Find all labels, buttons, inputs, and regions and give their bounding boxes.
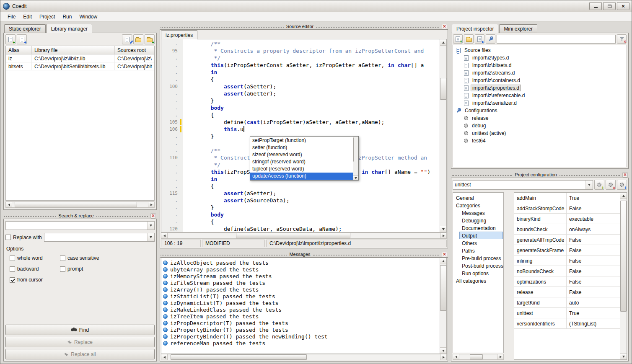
code-line[interactable]: body bbox=[184, 104, 440, 111]
grip-dots[interactable] bbox=[161, 255, 287, 256]
close-search-panel-button[interactable]: × bbox=[150, 213, 156, 219]
scroll-left-icon[interactable] bbox=[161, 233, 168, 238]
tree-item-file[interactable]: import\iz\properties.d bbox=[453, 84, 627, 92]
tree-item-file[interactable]: import\iz\containers.d bbox=[453, 77, 627, 84]
category-item[interactable]: All categories bbox=[453, 277, 503, 284]
tab-project-inspector[interactable]: Project inspector bbox=[452, 24, 498, 33]
message-item[interactable]: ubyteArray passed the tests bbox=[163, 266, 439, 273]
checkbox-from-cursor[interactable]: from cursor bbox=[10, 277, 60, 283]
message-item[interactable]: izMemoryStream passed the tests bbox=[163, 273, 439, 279]
tree-root-source-files[interactable]: Source files bbox=[453, 46, 627, 54]
code-line[interactable]: /** bbox=[184, 40, 440, 47]
property-row[interactable]: generateAllTmpCodeFalse bbox=[514, 235, 620, 245]
dropdown-button[interactable] bbox=[585, 181, 593, 189]
replace-with-checkbox[interactable] bbox=[5, 235, 11, 240]
menu-item-project[interactable]: Project bbox=[36, 12, 59, 21]
library-hscrollbar[interactable] bbox=[5, 201, 155, 208]
tree-item-config[interactable]: test64 bbox=[453, 137, 627, 145]
table-column-header[interactable]: Sources root bbox=[115, 46, 154, 54]
close-project-configuration-button[interactable]: × bbox=[622, 172, 628, 178]
completion-scrollbar[interactable] bbox=[353, 137, 358, 180]
code-line[interactable]: this.u bbox=[184, 126, 440, 133]
code-line[interactable]: { bbox=[184, 183, 440, 190]
category-item[interactable]: General bbox=[453, 194, 503, 201]
code-line[interactable]: { bbox=[184, 111, 440, 119]
edit-library-button[interactable] bbox=[122, 34, 132, 44]
categories-hscrollbar[interactable] bbox=[453, 354, 504, 360]
completion-item[interactable]: tupleof (reserved word) bbox=[250, 165, 353, 173]
scroll-left-icon[interactable] bbox=[453, 354, 459, 359]
inspector-filter-input[interactable] bbox=[497, 35, 616, 44]
scroll-thumb[interactable] bbox=[440, 78, 446, 100]
search-term-combobox[interactable] bbox=[5, 221, 155, 230]
tab-mini-explorer[interactable]: Mini explorer bbox=[499, 24, 537, 33]
message-item[interactable]: referenceMan passed the tests bbox=[163, 340, 439, 346]
scroll-up-icon[interactable] bbox=[440, 258, 446, 264]
editor-hscrollbar[interactable] bbox=[161, 232, 447, 239]
close-messages-button[interactable]: × bbox=[442, 252, 447, 257]
message-item[interactable]: izStaticList(T) passed the tests bbox=[163, 293, 439, 299]
property-row[interactable]: inliningFalse bbox=[514, 256, 620, 266]
property-row[interactable]: optimizationsFalse bbox=[514, 276, 620, 287]
completion-item[interactable]: stringof (reserved word) bbox=[250, 158, 353, 165]
scroll-down-icon[interactable] bbox=[440, 226, 446, 232]
menu-item-run[interactable]: Run bbox=[59, 12, 75, 21]
code-line[interactable]: { bbox=[184, 218, 440, 225]
open-source-button[interactable] bbox=[464, 34, 474, 44]
property-row[interactable]: binaryKindexecutable bbox=[514, 214, 620, 224]
checkbox-case-sensitive[interactable]: case sensitive bbox=[60, 255, 155, 261]
property-row[interactable]: targetKindauto bbox=[514, 297, 620, 308]
checkbox-prompt[interactable]: prompt bbox=[60, 266, 155, 272]
code-line[interactable]: assert(aSourceData); bbox=[184, 197, 440, 204]
tree-item-config[interactable]: debug bbox=[453, 122, 627, 129]
property-row[interactable]: generateStackFrameFalse bbox=[514, 245, 620, 256]
grip-dots[interactable] bbox=[96, 216, 148, 217]
grip-dots[interactable] bbox=[316, 27, 439, 28]
remove-configuration-button[interactable]: × bbox=[606, 180, 616, 190]
messages-vscrollbar[interactable] bbox=[440, 258, 446, 354]
menu-item-edit[interactable]: Edit bbox=[19, 12, 36, 21]
filter-button[interactable]: × bbox=[617, 34, 627, 44]
scroll-up-icon[interactable] bbox=[620, 193, 627, 199]
scroll-thumb[interactable] bbox=[470, 354, 483, 359]
message-item[interactable]: izFileStream passed the tests bbox=[163, 279, 439, 286]
tree-item-file[interactable]: import\iz\serializer.d bbox=[453, 99, 627, 107]
scroll-thumb[interactable] bbox=[236, 233, 350, 238]
menu-item-window[interactable]: Window bbox=[75, 12, 101, 21]
replace-with-combobox[interactable] bbox=[44, 233, 155, 242]
dropdown-button[interactable] bbox=[147, 222, 154, 230]
message-item[interactable]: izArray(T) passed the tests bbox=[163, 286, 439, 293]
message-item[interactable]: izPropDescriptor(T) passed the tests bbox=[163, 320, 439, 326]
tree-item-file[interactable]: import\iz\types.d bbox=[453, 54, 627, 62]
category-item[interactable]: Categories bbox=[453, 201, 503, 209]
category-item[interactable]: Post-build process bbox=[459, 262, 503, 269]
code-line[interactable]: assert(aSetter); bbox=[184, 190, 440, 197]
scroll-thumb[interactable] bbox=[620, 201, 627, 312]
register-library-button[interactable]: + bbox=[17, 34, 27, 44]
tab-static-explorer[interactable]: Static explorer bbox=[4, 24, 46, 33]
dropdown-button[interactable] bbox=[147, 233, 154, 241]
code-line[interactable]: define(cast(izPropSetter)aSetter, aGette… bbox=[184, 119, 440, 126]
scroll-right-icon[interactable] bbox=[440, 354, 446, 360]
scroll-right-icon[interactable] bbox=[440, 233, 446, 238]
code-line[interactable]: } bbox=[184, 97, 440, 104]
clone-configuration-button[interactable]: + bbox=[617, 180, 627, 190]
tools-button[interactable] bbox=[486, 34, 495, 44]
grip-dots[interactable] bbox=[4, 216, 56, 217]
category-item[interactable]: Pre-build process bbox=[459, 254, 503, 262]
category-item[interactable]: Debugging bbox=[459, 217, 503, 224]
minimize-button[interactable] bbox=[589, 2, 602, 10]
add-configuration-button[interactable]: + bbox=[594, 180, 604, 190]
scroll-right-icon[interactable] bbox=[497, 354, 503, 359]
close-button[interactable]: × bbox=[617, 2, 629, 10]
completion-item[interactable]: setter (function) bbox=[250, 144, 353, 151]
message-item[interactable]: izMakeLinkedClass passed the tests bbox=[163, 306, 439, 313]
message-item[interactable]: izPropertyBinder(T) passed the tests bbox=[163, 326, 439, 333]
scroll-thumb[interactable] bbox=[15, 202, 137, 207]
completion-item[interactable]: updateAccess (function) bbox=[250, 173, 353, 180]
open-library-folder-button[interactable] bbox=[133, 34, 143, 44]
property-row[interactable]: addStackStompCodeFalse bbox=[514, 203, 620, 214]
table-row[interactable]: bitsetsC:\Dev\dproj\bitSet\lib\bitsets.l… bbox=[6, 62, 154, 70]
scroll-down-icon[interactable] bbox=[353, 176, 358, 180]
maximize-button[interactable] bbox=[603, 2, 616, 10]
